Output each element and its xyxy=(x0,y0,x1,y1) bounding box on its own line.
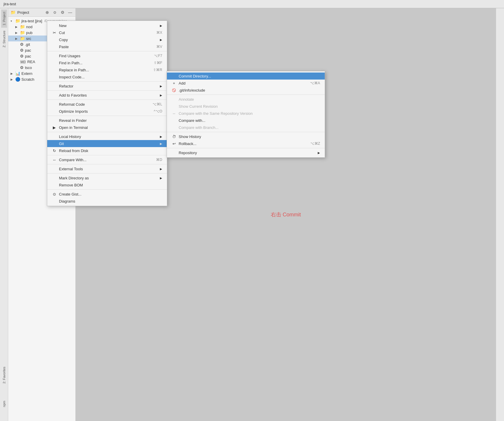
separator-3 xyxy=(47,90,167,91)
pac2-file-icon: ⚙ xyxy=(20,54,24,58)
rollback-shortcut: ⌥⌘Z xyxy=(310,142,320,146)
submenu-item-compare-branch: Compare with Branch... xyxy=(167,124,325,131)
menu-item-local-history[interactable]: Local History ▶ xyxy=(47,133,167,140)
compare-shortcut: ⌘D xyxy=(156,158,162,162)
submenu-label-show-revision: Show Current Revision xyxy=(179,104,218,109)
submenu-item-annotate: Annotate xyxy=(167,96,325,103)
submenu-item-git-exclude[interactable]: 🚫 .git/info/exclude xyxy=(167,87,325,94)
submenu-item-repository[interactable]: Repository ▶ xyxy=(167,149,325,156)
repository-arrow-icon: ▶ xyxy=(318,151,320,154)
menu-item-git[interactable]: Git ▶ xyxy=(47,140,167,147)
menu-item-new[interactable]: New ▶ xyxy=(47,22,167,29)
menu-item-cut[interactable]: ✂ Cut ⌘X xyxy=(47,29,167,36)
menu-label-git: Git xyxy=(59,142,64,146)
menu-item-create-gist[interactable]: ⊙ Create Gist... xyxy=(47,191,167,198)
menu-item-terminal[interactable]: ▶ Open in Terminal xyxy=(47,124,167,131)
submenu-label-annotate: Annotate xyxy=(179,97,194,102)
tree-arrow-pub: ▶ xyxy=(15,31,19,34)
menu-item-reformat[interactable]: Reformat Code ⌥⌘L xyxy=(47,101,167,108)
favorites-tab-label: 2: Favorites xyxy=(2,367,6,383)
src-folder-icon: 📁 xyxy=(20,36,25,41)
tree-label-root: jira-test [jira] xyxy=(21,19,42,23)
submenu-item-show-revision: Show Current Revision xyxy=(167,103,325,110)
menu-item-replace-path[interactable]: Replace in Path... ⇧⌘R xyxy=(47,66,167,73)
tree-label-node: nod xyxy=(26,25,33,29)
tree-label-external: Extern xyxy=(21,71,33,76)
menu-item-favorites[interactable]: Add to Favorites ▶ xyxy=(47,92,167,99)
pac1-file-icon: ⚙ xyxy=(20,48,24,53)
compare-icon: ↔ xyxy=(52,158,57,162)
submenu-label-commit-dir: Commit Directory... xyxy=(179,74,211,78)
menu-item-find-path[interactable]: Find in Path... ⇧⌘F xyxy=(47,59,167,66)
external-tools-arrow-icon: ▶ xyxy=(160,167,162,171)
menu-item-find-usages[interactable]: Find Usages ⌥F7 xyxy=(47,52,167,59)
toolbar-layout-button[interactable]: ≎ xyxy=(52,9,58,15)
submenu-item-compare-with[interactable]: Compare with... xyxy=(167,117,325,124)
optimize-shortcut: ^⌥O xyxy=(154,109,162,113)
menu-label-paste: Paste xyxy=(59,45,69,49)
project-toolbar: 📁 Project ⊕ ≎ ⚙ — xyxy=(8,8,75,17)
menu-label-optimize: Optimize Imports xyxy=(59,109,88,114)
menu-label-new: New xyxy=(59,23,67,28)
submenu-item-compare-same: ↔ Compare with the Same Repository Versi… xyxy=(167,110,325,117)
menu-item-mark-dir[interactable]: Mark Directory as ▶ xyxy=(47,174,167,181)
menu-item-optimize[interactable]: Optimize Imports ^⌥O xyxy=(47,108,167,115)
favorites-arrow-icon: ▶ xyxy=(160,94,162,97)
menu-item-inspect[interactable]: Inspect Code... xyxy=(47,73,167,80)
menu-item-remove-bom[interactable]: Remove BOM xyxy=(47,181,167,188)
toolbar-settings-button[interactable]: ⚙ xyxy=(60,9,65,15)
sidebar-item-npm[interactable]: npm xyxy=(1,398,7,409)
rollback-icon: ↩ xyxy=(172,142,176,146)
pub-folder-icon: 📁 xyxy=(20,30,25,35)
menu-item-diagrams[interactable]: Diagrams xyxy=(47,198,167,205)
separator-2 xyxy=(47,81,167,82)
submenu-item-commit-dir[interactable]: Commit Directory... xyxy=(167,73,325,80)
left-side-tabs: 1: Project Z: Structure 2: Favorites npm xyxy=(0,8,8,421)
menu-label-mark-dir: Mark Directory as xyxy=(59,176,89,180)
right-side-tabs xyxy=(496,8,504,421)
separator-9 xyxy=(47,173,167,174)
separator-5 xyxy=(47,116,167,116)
menu-item-paste[interactable]: Paste ⌘V xyxy=(47,43,167,50)
menu-item-copy[interactable]: Copy ▶ xyxy=(47,36,167,43)
tree-arrow-root: ▾ xyxy=(11,19,14,23)
submenu-item-rollback[interactable]: ↩ Rollback... ⌥⌘Z xyxy=(167,140,325,147)
menu-label-favorites: Add to Favorites xyxy=(59,93,87,97)
menu-label-external-tools: External Tools xyxy=(59,167,83,171)
reformat-shortcut: ⌥⌘L xyxy=(153,102,162,106)
tree-arrow-scratch: ▶ xyxy=(11,78,14,81)
sidebar-item-structure[interactable]: Z: Structure xyxy=(1,28,7,50)
tree-label-scratch: Scratch xyxy=(21,77,34,82)
submenu-item-add[interactable]: + Add ⌥⌘A xyxy=(167,80,325,87)
tree-arrow-node: ▶ xyxy=(15,25,19,28)
paste-shortcut: ⌘V xyxy=(156,45,162,49)
menu-label-cut: Cut xyxy=(59,31,65,35)
menu-item-reload[interactable]: ↻ Reload from Disk xyxy=(47,147,167,154)
separator-10 xyxy=(47,189,167,190)
add-git-icon: + xyxy=(172,81,176,85)
sidebar-item-project[interactable]: 1: Project xyxy=(1,9,7,28)
toolbar-crosshair-button[interactable]: ⊕ xyxy=(44,9,50,15)
tree-label-src: src xyxy=(26,36,31,41)
sidebar-item-favorites[interactable]: 2: Favorites xyxy=(1,364,7,386)
add-shortcut: ⌥⌘A xyxy=(310,81,320,85)
scratch-icon: 🔵 xyxy=(15,77,20,82)
menu-label-reload: Reload from Disk xyxy=(59,149,88,153)
cut-shortcut: ⌘X xyxy=(156,31,162,35)
menu-label-find-path: Find in Path... xyxy=(59,61,82,65)
npm-tab-label: npm xyxy=(2,401,6,407)
menu-item-external-tools[interactable]: External Tools ▶ xyxy=(47,165,167,172)
submenu-item-show-history[interactable]: ⏱ Show History xyxy=(167,133,325,140)
tree-label-readme: REA xyxy=(27,60,35,64)
menu-label-create-gist: Create Gist... xyxy=(59,192,82,196)
menu-item-reveal[interactable]: Reveal in Finder xyxy=(47,117,167,124)
menu-label-refactor: Refactor xyxy=(59,84,73,88)
git-separator-3 xyxy=(167,148,325,148)
menu-item-refactor[interactable]: Refactor ▶ xyxy=(47,82,167,90)
menu-item-compare[interactable]: ↔ Compare With... ⌘D xyxy=(47,156,167,163)
menu-label-compare: Compare With... xyxy=(59,158,87,162)
git-separator-2 xyxy=(167,132,325,132)
toolbar-collapse-button[interactable]: — xyxy=(67,9,73,15)
node-folder-icon: 📁 xyxy=(20,24,25,29)
submenu-label-show-history: Show History xyxy=(179,134,201,139)
